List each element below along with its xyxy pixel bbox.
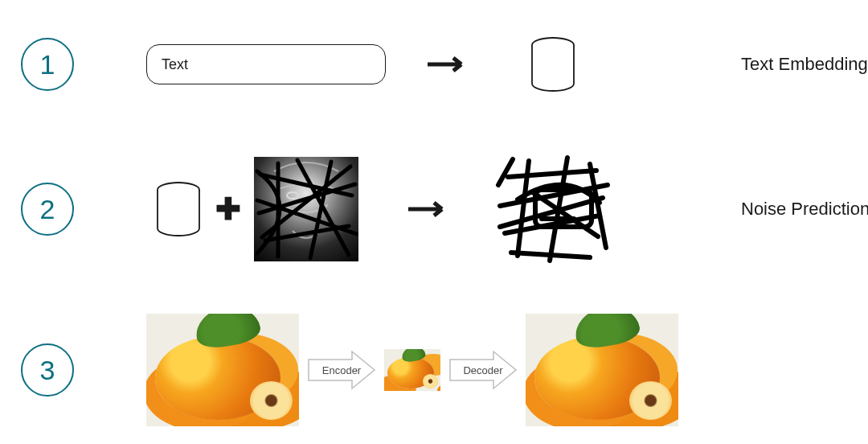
text-input-box: Text [146, 44, 386, 84]
step-1-badge: 1 [21, 38, 74, 91]
step-2-content: ✚ [74, 145, 868, 273]
step-3-number: 3 [40, 355, 55, 386]
input-image [146, 314, 299, 426]
step-1-row: 1 Text Text Embedding [0, 16, 868, 113]
step-3-badge: 3 [21, 343, 74, 397]
decoder-block-arrow-icon: Decoder [448, 348, 518, 392]
plus-icon: ✚ [215, 191, 241, 227]
latent-image [384, 349, 440, 391]
encoder-block-arrow-icon: Encoder [307, 348, 376, 392]
cylinder-icon [154, 182, 203, 236]
step-2-row: 2 ✚ [0, 145, 868, 273]
step-1-content: Text Text Embedding [74, 16, 868, 113]
noisy-image [254, 157, 358, 261]
decoder-label: Decoder [463, 364, 502, 376]
arrow-right-icon [407, 199, 453, 219]
cylinder-icon [529, 37, 577, 92]
step-1-output-label: Text Embedding [741, 54, 868, 75]
step-3-row: 3 Encoder Decoder [0, 306, 868, 434]
text-input-label: Text [162, 56, 188, 73]
encoder-label: Encoder [322, 364, 361, 376]
step-2-output-label: Noise Prediction [741, 199, 868, 220]
step-1-number: 1 [40, 49, 55, 80]
output-image [526, 314, 678, 426]
svg-point-2 [287, 192, 298, 199]
step-2-number: 2 [40, 194, 55, 225]
arrow-right-icon [426, 55, 473, 74]
noise-output [493, 153, 614, 265]
step-3-content: Encoder Decoder [74, 306, 868, 434]
step-2-badge: 2 [21, 183, 74, 236]
